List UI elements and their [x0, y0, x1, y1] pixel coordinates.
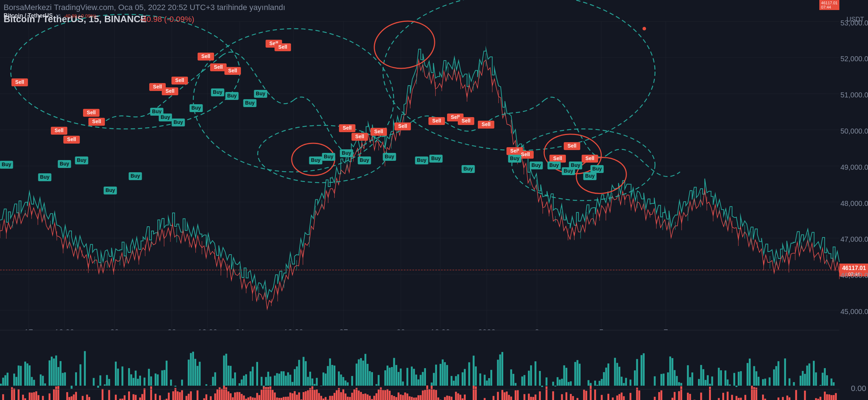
price-change: -40.98 (-0.09%)	[64, 13, 96, 19]
indicator-canvas	[0, 0, 868, 400]
exchange-label: 15	[56, 13, 61, 19]
current-price-tag: 46117.01 07:44	[819, 0, 839, 10]
chart-container: BorsaMerkezi TradingView.com, Oca 05, 20…	[0, 0, 868, 400]
symbol-label: Bitcoin / TetherUS	[4, 13, 53, 19]
chart-title: Bitcoin / TetherUS 15 -40.98 (-0.09%)	[4, 13, 96, 19]
